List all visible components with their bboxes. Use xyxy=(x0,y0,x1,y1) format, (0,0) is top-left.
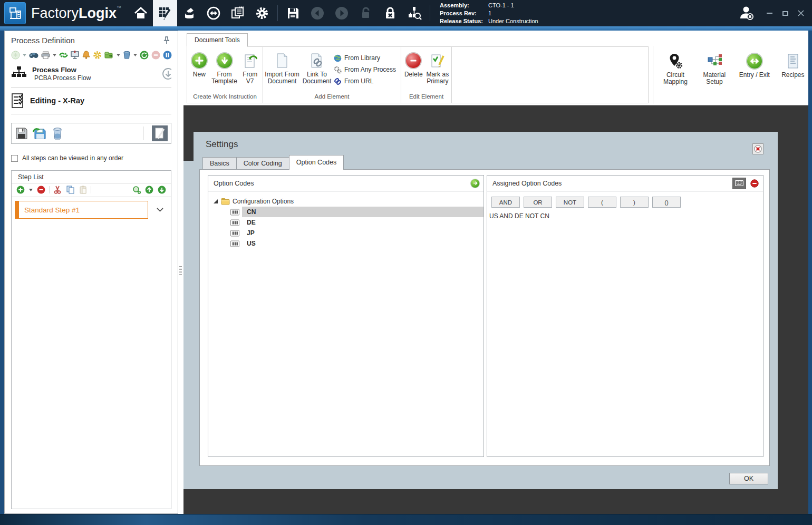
add-process-button[interactable] xyxy=(11,50,20,60)
link-to-document-button[interactable]: Link To Document xyxy=(300,50,334,85)
alerts-button[interactable] xyxy=(82,50,90,60)
expression-text[interactable]: US AND DE NOT CN xyxy=(487,208,763,220)
logout-user-button[interactable] xyxy=(732,0,761,26)
undo-button[interactable] xyxy=(305,0,330,26)
find-process-button[interactable] xyxy=(29,50,38,60)
maximize-button[interactable] xyxy=(777,0,793,26)
discard-step-button[interactable] xyxy=(51,127,64,140)
remove-step-button[interactable] xyxy=(36,185,46,195)
circuit-mapping-button[interactable]: Circuit Mapping xyxy=(660,51,691,104)
stop-button[interactable] xyxy=(151,50,160,60)
from-template-button[interactable]: From Template xyxy=(210,50,239,85)
add-option-code-button[interactable] xyxy=(471,179,479,188)
panel-splitter[interactable] xyxy=(178,31,183,514)
import-from-document-button[interactable]: Import From Document xyxy=(264,50,300,85)
presentation-button[interactable] xyxy=(71,50,80,60)
home-button[interactable] xyxy=(129,0,153,26)
process-flow-item[interactable]: Process Flow PCBA Process Flow xyxy=(11,66,171,82)
close-paren-button[interactable]: ) xyxy=(620,197,649,208)
refresh-button[interactable] xyxy=(140,50,149,60)
data-import-button[interactable] xyxy=(177,0,201,26)
not-button[interactable]: NOT xyxy=(556,197,584,208)
lock-release-button[interactable] xyxy=(378,0,402,26)
export-button[interactable] xyxy=(104,50,114,60)
add-step-button[interactable] xyxy=(16,185,25,195)
print-dropdown[interactable] xyxy=(53,50,56,60)
trash-icon xyxy=(123,51,131,59)
unlock-button[interactable] xyxy=(354,0,378,26)
pin-panel-button[interactable] xyxy=(162,35,171,45)
documents-button[interactable] xyxy=(226,0,250,26)
copy-step-button[interactable] xyxy=(65,185,75,195)
clear-expression-button[interactable] xyxy=(750,179,759,188)
from-url-button[interactable]: From URL xyxy=(334,76,396,86)
save-as-button[interactable] xyxy=(33,127,46,140)
recipes-button[interactable]: Recipes xyxy=(780,51,806,104)
delete-process-button[interactable] xyxy=(123,50,131,60)
tab-color-coding[interactable]: Color Coding xyxy=(236,157,289,170)
settings-button[interactable] xyxy=(250,0,274,26)
add-step-dropdown[interactable] xyxy=(28,185,33,195)
group-label: Add Element xyxy=(263,93,401,103)
titlebar: FactoryLogix™ xyxy=(0,0,812,26)
and-button[interactable]: AND xyxy=(491,197,520,208)
tree-node-configuration-options[interactable]: Configuration Options xyxy=(208,196,484,207)
tree-node-cn[interactable]: CN xyxy=(208,207,484,217)
cut-step-button[interactable] xyxy=(53,185,62,195)
tree-node-us[interactable]: US xyxy=(208,238,484,249)
process-definition-button[interactable] xyxy=(153,0,177,26)
windows-icon xyxy=(230,6,245,20)
save-step-button[interactable] xyxy=(15,127,28,140)
validate-button[interactable] xyxy=(59,50,68,60)
save-button[interactable] xyxy=(281,0,305,26)
tab-basics[interactable]: Basics xyxy=(202,157,236,170)
collapse-section-button[interactable] xyxy=(162,69,171,79)
print-button[interactable] xyxy=(41,50,50,60)
find-step-button[interactable] xyxy=(132,185,141,195)
move-step-up-button[interactable] xyxy=(144,185,154,195)
close-window-button[interactable] xyxy=(793,0,809,26)
delete-process-dropdown[interactable] xyxy=(133,50,137,60)
tree-node-jp[interactable]: JP xyxy=(208,228,484,238)
grid-pencil-icon xyxy=(158,6,172,20)
sync-button[interactable] xyxy=(201,0,226,26)
keyboard-entry-toggle[interactable] xyxy=(732,178,746,189)
pause-button[interactable] xyxy=(163,50,172,60)
open-paren-button[interactable]: ( xyxy=(588,197,616,208)
entry-exit-button[interactable]: Entry / Exit xyxy=(738,51,771,104)
release-status-label: Release Status: xyxy=(440,17,483,25)
from-library-button[interactable]: From Library xyxy=(334,53,396,63)
redo-button[interactable] xyxy=(330,0,354,26)
new-button[interactable]: New xyxy=(188,50,210,78)
process-search-button[interactable] xyxy=(402,0,427,26)
assigned-option-codes-title: Assigned Option Codes xyxy=(492,180,562,187)
map-pin-gear-icon xyxy=(668,53,683,70)
ok-button[interactable]: OK xyxy=(729,473,768,484)
material-setup-button[interactable]: Material Setup xyxy=(700,51,729,104)
any-order-checkbox[interactable] xyxy=(11,155,18,162)
tab-document-tools[interactable]: Document Tools xyxy=(187,33,248,47)
tree-node-de[interactable]: DE xyxy=(208,217,484,228)
monitor-pin-icon xyxy=(71,51,80,59)
move-step-down-button[interactable] xyxy=(157,185,167,195)
minimize-button[interactable] xyxy=(761,0,777,26)
edit-mode-toggle[interactable] xyxy=(152,125,168,141)
step-color-bar xyxy=(15,201,19,218)
add-process-dropdown[interactable] xyxy=(23,50,26,60)
delete-element-button[interactable]: Delete xyxy=(402,50,425,78)
options-button[interactable] xyxy=(93,50,102,60)
from-any-process-button[interactable]: From Any Process xyxy=(334,65,396,74)
close-dialog-button[interactable] xyxy=(752,143,763,154)
export-dropdown[interactable] xyxy=(117,50,120,60)
assembly-value: CTO-1 - 1 xyxy=(488,2,538,9)
paren-pair-button[interactable]: () xyxy=(652,197,681,208)
from-v7-button[interactable]: From V7 xyxy=(238,50,262,85)
process-toolbar xyxy=(11,50,171,60)
mark-as-primary-button[interactable]: Mark as Primary xyxy=(425,50,450,85)
step-item-standard-step-1[interactable]: Standard Step #1 xyxy=(15,201,148,219)
toolbar-separator xyxy=(49,186,50,193)
or-button[interactable]: OR xyxy=(524,197,552,208)
tab-option-codes[interactable]: Option Codes xyxy=(289,155,344,170)
paste-step-button[interactable] xyxy=(78,185,88,195)
step-expand-chevron[interactable] xyxy=(157,208,163,212)
